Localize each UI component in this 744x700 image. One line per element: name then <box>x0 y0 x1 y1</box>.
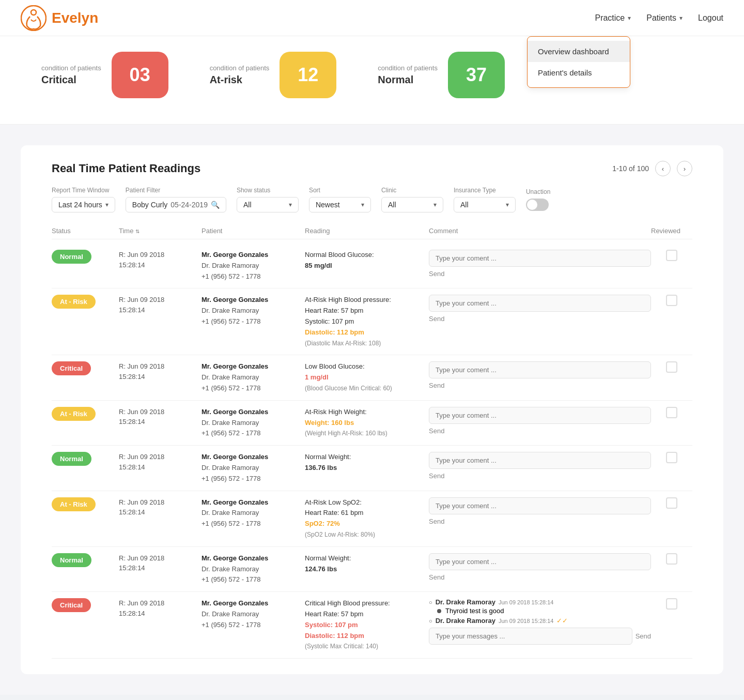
stat-critical-badge: 03 <box>112 52 168 98</box>
col-time: Time ⇅ <box>119 227 202 235</box>
send-button[interactable]: Send <box>429 472 651 480</box>
logo: Evelyn <box>21 5 98 31</box>
patient-cell: Mr. George GonzalesDr. Drake Ramoray+1 (… <box>202 250 305 282</box>
reviewed-checkbox[interactable] <box>666 598 677 610</box>
status-badge: Critical <box>52 361 91 375</box>
status-badge: At - Risk <box>52 407 96 421</box>
chevron-down-icon: ▾ <box>628 14 631 22</box>
avatar-dot <box>437 609 441 613</box>
comment-author: Dr. Drake Ramoray <box>436 598 495 606</box>
filter-insurance-control[interactable]: All ▾ <box>454 197 516 212</box>
reviewed-cell <box>651 452 692 463</box>
comment-input[interactable] <box>429 295 651 312</box>
reviewed-cell <box>651 598 692 610</box>
patient-cell: Mr. George GonzalesDr. Drake Ramoray+1 (… <box>202 295 305 327</box>
comment-input[interactable] <box>429 553 651 570</box>
reviewed-checkbox[interactable] <box>666 361 677 373</box>
nav-patients[interactable]: Patients ▾ <box>646 13 683 23</box>
send-button[interactable]: Send <box>429 382 651 389</box>
comment-input[interactable] <box>429 452 651 469</box>
comment-input[interactable] <box>429 407 651 424</box>
patient-date: 05-24-2019 <box>171 201 208 209</box>
filters-row: Report Time Window Last 24 hours ▾ Patie… <box>52 187 692 212</box>
reading-cell: At-Risk High Blood pressure:Heart Rate: … <box>305 295 429 348</box>
time-cell: R: Jun 09 201815:28:14 <box>119 361 202 382</box>
reviewed-checkbox[interactable] <box>666 407 677 418</box>
send-button[interactable]: Send <box>429 573 651 581</box>
reviewed-checkbox[interactable] <box>666 452 677 463</box>
message-input[interactable] <box>429 628 632 645</box>
time-cell: R: Jun 09 201815:28:14 <box>119 250 202 270</box>
comment-text: Thyroid test is good <box>445 607 504 615</box>
reviewed-checkbox[interactable] <box>666 295 677 306</box>
filter-clinic-control[interactable]: All ▾ <box>381 197 443 212</box>
status-cell: Normal <box>52 553 119 567</box>
filter-insurance: Insurance Type All ▾ <box>454 187 516 212</box>
status-badge: At - Risk <box>52 497 96 511</box>
patient-filter-control[interactable]: Boby Curly 05-24-2019 🔍 <box>126 197 226 212</box>
reviewed-checkbox[interactable] <box>666 497 677 509</box>
comment-cell: Send <box>429 497 651 525</box>
table-header: Status Time ⇅ Patient Reading Comment Re… <box>52 223 692 239</box>
dropdown-item-details[interactable]: Patient's details <box>528 62 630 83</box>
filter-time-window: Report Time Window Last 24 hours ▾ <box>52 187 115 212</box>
reviewed-cell <box>651 553 692 565</box>
table-row: At - Risk R: Jun 09 201815:28:14 Mr. Geo… <box>52 401 692 446</box>
unaction-toggle[interactable] <box>526 199 549 211</box>
search-icon[interactable]: 🔍 <box>211 201 220 209</box>
nav-practice[interactable]: Practice ▾ <box>595 13 631 23</box>
status-cell: At - Risk <box>52 295 119 309</box>
stat-normal-badge: 37 <box>448 52 505 98</box>
stat-critical: condition of patients Critical 03 <box>41 52 168 98</box>
comment-date: Jun 09 2018 15:28:14 <box>499 599 553 605</box>
dropdown-item-overview[interactable]: Overview dashboard <box>528 41 630 62</box>
reading-cell: Low Blood Glucose:1 mg/dl(Blood Glucose … <box>305 361 429 393</box>
time-cell: R: Jun 09 201815:28:14 <box>119 598 202 618</box>
reading-cell: At-Risk Low SpO2:Heart Rate: 61 bpmSpO2:… <box>305 497 429 540</box>
time-cell: R: Jun 09 201815:28:14 <box>119 452 202 472</box>
chevron-down-icon: ▾ <box>679 14 683 22</box>
filter-sort-control[interactable]: Newest ▾ <box>309 197 371 212</box>
table-row: Critical R: Jun 09 201815:28:14 Mr. Geor… <box>52 355 692 400</box>
table-row: Normal R: Jun 09 201815:28:14 Mr. George… <box>52 547 692 592</box>
comment-input[interactable] <box>429 250 651 267</box>
main-content: Real Time Patient Readings 1-10 of 100 ‹… <box>21 145 723 674</box>
comment-cell: Send <box>429 361 651 389</box>
filter-show-status: Show status All ▾ <box>237 187 299 212</box>
reviewed-cell <box>651 407 692 418</box>
send-button[interactable]: Send <box>429 315 651 323</box>
comment-input[interactable] <box>429 497 651 514</box>
filter-status-control[interactable]: All ▾ <box>237 197 299 212</box>
send-button[interactable]: Send <box>429 427 651 435</box>
table-row: At - Risk R: Jun 09 201815:28:14 Mr. Geo… <box>52 288 692 355</box>
time-cell: R: Jun 09 201815:28:14 <box>119 407 202 427</box>
patient-cell: Mr. George GonzalesDr. Drake Ramoray+1 (… <box>202 497 305 529</box>
send-button[interactable]: Send <box>429 270 651 278</box>
table-row: Normal R: Jun 09 201815:28:14 Mr. George… <box>52 244 692 288</box>
filter-sort-label: Sort <box>309 187 371 194</box>
col-comment: Comment <box>429 227 651 235</box>
status-cell: Critical <box>52 598 119 612</box>
comment-input[interactable] <box>429 361 651 378</box>
filter-time-control[interactable]: Last 24 hours ▾ <box>52 197 115 212</box>
stat-critical-condition: Critical <box>41 74 101 86</box>
filter-unaction: Unaction <box>526 188 550 211</box>
send-button[interactable]: Send <box>429 518 651 525</box>
status-cell: Normal <box>52 250 119 264</box>
pagination-prev[interactable]: ‹ <box>655 161 671 176</box>
patient-cell: Mr. George GonzalesDr. Drake Ramoray+1 (… <box>202 553 305 585</box>
pagination-next[interactable]: › <box>677 161 692 176</box>
toggle-knob <box>527 200 537 210</box>
header: Evelyn Practice ▾ Patients ▾ Logout Over… <box>0 0 744 36</box>
logout-button[interactable]: Logout <box>698 13 723 23</box>
reviewed-checkbox[interactable] <box>666 553 677 565</box>
reviewed-cell <box>651 295 692 306</box>
comment-cell: Send <box>429 553 651 581</box>
reviewed-checkbox[interactable] <box>666 250 677 261</box>
col-reading: Reading <box>305 227 429 235</box>
table-row: Normal R: Jun 09 201815:28:14 Mr. George… <box>52 446 692 491</box>
comment-cell: Send <box>429 250 651 278</box>
send-button[interactable]: Send <box>636 632 651 640</box>
filter-time-label: Report Time Window <box>52 187 115 194</box>
status-badge: Normal <box>52 250 91 264</box>
